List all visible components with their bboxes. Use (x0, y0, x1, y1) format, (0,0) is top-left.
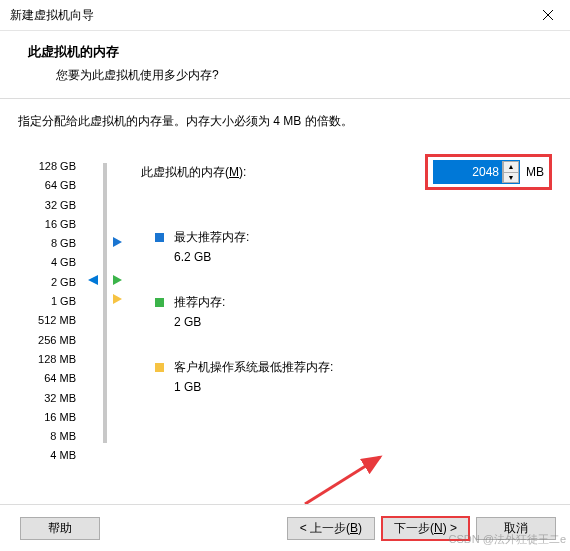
cancel-button[interactable]: 取消 (476, 517, 556, 540)
slider-tick-label: 1 GB (18, 292, 76, 311)
back-button[interactable]: < 上一步(B) (287, 517, 375, 540)
square-green-icon (155, 298, 164, 307)
slider-tick-label: 64 GB (18, 176, 76, 195)
info-min-value: 1 GB (174, 380, 333, 394)
memory-info: 最大推荐内存: 6.2 GB 推荐内存: 2 GB 客户机操作系统最低推荐内存:… (155, 229, 333, 424)
spin-down-button[interactable]: ▼ (503, 172, 519, 184)
info-rec: 推荐内存: 2 GB (155, 294, 333, 329)
next-button[interactable]: 下一步(N) > (381, 516, 470, 541)
title-bar: 新建虚拟机向导 (0, 0, 570, 31)
slider-tick-label: 8 GB (18, 234, 76, 253)
memory-input[interactable] (434, 161, 502, 183)
memory-row: 此虚拟机的内存(M): ▲ ▼ MB (141, 154, 552, 190)
slider-tick-label: 32 GB (18, 196, 76, 215)
slider-thumb[interactable] (88, 275, 98, 285)
slider-tick-label: 128 GB (18, 157, 76, 176)
close-button[interactable] (525, 0, 570, 30)
slider-track[interactable] (103, 163, 107, 443)
wizard-window: 新建虚拟机向导 此虚拟机的内存 您要为此虚拟机使用多少内存? 指定分配给此虚拟机… (0, 0, 570, 551)
slider-tick-label: 4 MB (18, 446, 76, 465)
header-subtitle: 您要为此虚拟机使用多少内存? (56, 67, 542, 84)
slider-tick-label: 256 MB (18, 331, 76, 350)
memory-spinbox[interactable]: ▲ ▼ (433, 160, 520, 184)
slider-tick-label: 8 MB (18, 427, 76, 446)
slider-tick-label: 128 MB (18, 350, 76, 369)
close-icon (543, 10, 553, 20)
slider-tick-label: 64 MB (18, 369, 76, 388)
wizard-footer: 帮助 < 上一步(B) 下一步(N) > 取消 (0, 504, 570, 551)
marker-min-icon (113, 294, 122, 304)
info-max-value: 6.2 GB (174, 250, 249, 264)
window-title: 新建虚拟机向导 (10, 7, 525, 24)
slider-labels: 128 GB 64 GB 32 GB 16 GB 8 GB 4 GB 2 GB … (18, 157, 76, 466)
marker-rec-icon (113, 275, 122, 285)
slider-tick-label: 4 GB (18, 253, 76, 272)
info-max: 最大推荐内存: 6.2 GB (155, 229, 333, 264)
memory-slider[interactable]: 128 GB 64 GB 32 GB 16 GB 8 GB 4 GB 2 GB … (18, 157, 138, 457)
marker-max-icon (113, 237, 122, 247)
wizard-header: 此虚拟机的内存 您要为此虚拟机使用多少内存? (0, 31, 570, 99)
instruction-text: 指定分配给此虚拟机的内存量。内存大小必须为 4 MB 的倍数。 (18, 113, 552, 130)
header-title: 此虚拟机的内存 (28, 43, 542, 61)
slider-tick-label: 16 MB (18, 408, 76, 427)
memory-label: 此虚拟机的内存(M): (141, 164, 246, 181)
info-rec-label: 推荐内存: (174, 294, 225, 311)
info-min: 客户机操作系统最低推荐内存: 1 GB (155, 359, 333, 394)
slider-tick-label: 512 MB (18, 311, 76, 330)
svg-line-2 (305, 457, 380, 504)
square-yellow-icon (155, 363, 164, 372)
spin-up-button[interactable]: ▲ (503, 161, 519, 172)
info-max-label: 最大推荐内存: (174, 229, 249, 246)
help-button[interactable]: 帮助 (20, 517, 100, 540)
slider-tick-label: 32 MB (18, 389, 76, 408)
memory-input-highlight: ▲ ▼ MB (425, 154, 552, 190)
annotation-arrow-icon (300, 449, 400, 509)
info-min-label: 客户机操作系统最低推荐内存: (174, 359, 333, 376)
memory-unit: MB (526, 165, 544, 179)
slider-tick-label: 2 GB (18, 273, 76, 292)
square-blue-icon (155, 233, 164, 242)
wizard-body: 指定分配给此虚拟机的内存量。内存大小必须为 4 MB 的倍数。 此虚拟机的内存(… (0, 99, 570, 190)
slider-tick-label: 16 GB (18, 215, 76, 234)
info-rec-value: 2 GB (174, 315, 225, 329)
